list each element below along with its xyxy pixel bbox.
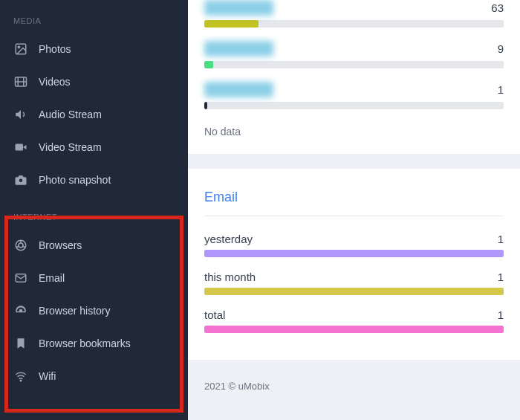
speaker-icon (13, 107, 28, 122)
email-card: Email yesterday 1 this month 1 total 1 (188, 169, 520, 360)
svg-line-12 (22, 246, 25, 248)
metric-row: ████████ 9 (204, 41, 504, 68)
sidebar-item-browser-history[interactable]: Browser history (0, 294, 188, 327)
progress-bar-fill (204, 61, 213, 68)
wifi-icon (13, 369, 28, 384)
progress-bar (204, 326, 504, 333)
metric-label: this month (204, 271, 256, 283)
svg-point-15 (20, 380, 22, 381)
sidebar-item-label: Videos (39, 76, 71, 88)
film-icon (13, 74, 28, 89)
sidebar-item-label: Browser history (39, 305, 110, 317)
svg-point-7 (19, 179, 23, 183)
sidebar-item-photo-snapshot[interactable]: Photo snapshot (0, 164, 188, 196)
sidebar-item-videos[interactable]: Videos (0, 65, 188, 98)
metric-label-redacted: ████████ (204, 82, 273, 97)
sidebar-item-label: Browsers (39, 239, 82, 251)
metric-value: 1 (498, 271, 504, 283)
metric-value: 1 (498, 233, 504, 245)
video-camera-icon (13, 140, 28, 155)
no-data-text: No data (204, 123, 504, 140)
metric-value: 1 (498, 83, 504, 96)
sidebar-item-audio-stream[interactable]: Audio Stream (0, 98, 188, 131)
progress-bar (204, 102, 504, 109)
top-usage-card: ████████ 63 ████████ 9 ████████ 1 No dat… (188, 0, 520, 154)
metric-value: 1 (498, 308, 504, 321)
svg-rect-6 (16, 144, 24, 151)
progress-bar-fill (204, 20, 259, 28)
chrome-icon (13, 238, 28, 253)
progress-bar-fill (204, 326, 504, 333)
sidebar-item-label: Email (39, 272, 65, 284)
camera-icon (13, 172, 28, 187)
progress-bar-fill (204, 250, 504, 257)
bookmark-icon (13, 336, 28, 351)
progress-bar (204, 20, 504, 28)
photo-icon (13, 42, 28, 56)
progress-bar (204, 288, 504, 295)
section-header-media: MEDIA (0, 0, 188, 33)
section-header-internet: INTERNET (0, 196, 188, 229)
metric-row: total 1 (204, 308, 504, 333)
metric-row: this month 1 (204, 271, 504, 295)
svg-point-9 (19, 243, 23, 248)
sidebar-item-photos[interactable]: Photos (0, 33, 188, 65)
sidebar-item-browser-bookmarks[interactable]: Browser bookmarks (0, 327, 188, 360)
sidebar-item-label: Wifi (39, 370, 56, 382)
svg-point-1 (18, 46, 19, 48)
sidebar-item-video-stream[interactable]: Video Stream (0, 131, 188, 164)
svg-line-11 (16, 246, 19, 248)
metric-label: total (204, 308, 225, 321)
metric-value: 63 (491, 1, 504, 14)
sidebar-item-label: Photo snapshot (39, 174, 111, 186)
sidebar: MEDIA Photos Videos Audio Stream Video S… (0, 0, 188, 420)
progress-bar-fill (204, 288, 504, 295)
metric-label-redacted: ████████ (204, 41, 273, 56)
progress-bar (204, 61, 504, 68)
sidebar-item-label: Browser bookmarks (39, 337, 131, 349)
progress-bar (204, 250, 504, 257)
sidebar-item-label: Photos (39, 43, 71, 55)
metric-value: 9 (498, 42, 504, 55)
footer-copyright: 2021 © uMobix (188, 375, 520, 398)
metric-label-redacted: ████████ (204, 0, 273, 16)
main-content: ████████ 63 ████████ 9 ████████ 1 No dat… (188, 0, 520, 420)
sidebar-item-label: Video Stream (39, 141, 102, 153)
sidebar-item-wifi[interactable]: Wifi (0, 360, 188, 392)
card-title: Email (204, 176, 504, 216)
sidebar-item-browsers[interactable]: Browsers (0, 229, 188, 262)
progress-bar-fill (204, 102, 207, 109)
sidebar-item-email[interactable]: Email (0, 262, 188, 294)
metric-row: ████████ 63 (204, 0, 504, 28)
ie-icon (13, 303, 28, 318)
mail-icon (13, 271, 28, 285)
svg-point-14 (19, 309, 23, 313)
metric-row: yesterday 1 (204, 233, 504, 257)
sidebar-item-label: Audio Stream (39, 109, 102, 120)
metric-label: yesterday (204, 233, 253, 245)
metric-row: ████████ 1 (204, 82, 504, 109)
